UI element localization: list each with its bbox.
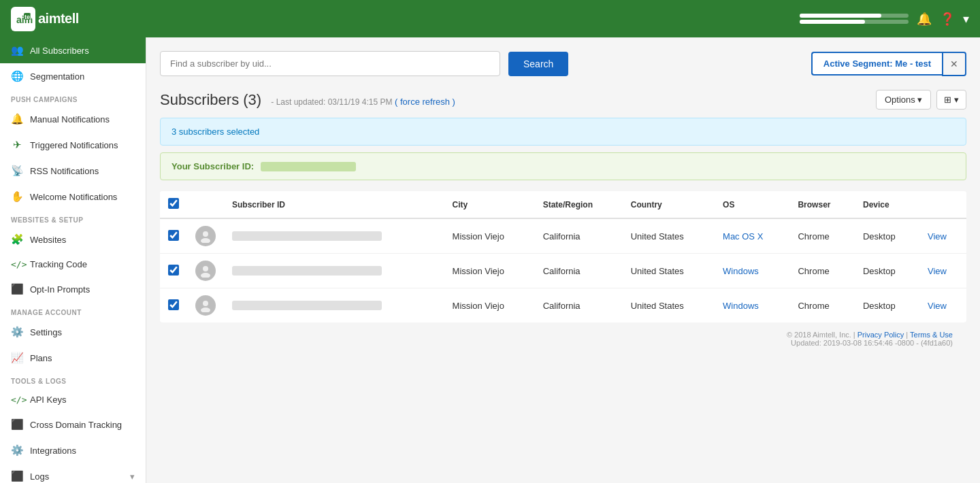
sidebar-section-tools: TOOLS & LOGS (0, 371, 146, 388)
view-link-2[interactable]: View (928, 301, 947, 311)
row-os-2: Windows (715, 288, 789, 323)
settings-icon: ⚙️ (11, 326, 23, 338)
subscriber-id-banner: Your Subscriber ID: (160, 152, 966, 180)
sidebar-label-cross-domain: Cross Domain Tracking (30, 420, 122, 430)
sidebar: 👥 All Subscribers 🌐 Segmentation PUSH CA… (0, 37, 146, 483)
select-all-checkbox[interactable] (168, 198, 179, 209)
row-state-1: California (535, 254, 623, 288)
sidebar-item-integrations[interactable]: ⚙️ Integrations (0, 437, 146, 463)
sidebar-item-logs[interactable]: ⬛ Logs ▾ (0, 463, 146, 483)
plans-icon: 📈 (11, 352, 23, 364)
row-browser-0: Chrome (789, 218, 855, 254)
terms-use-link[interactable]: Terms & Use (910, 331, 953, 339)
sidebar-item-plans[interactable]: 📈 Plans (0, 345, 146, 371)
search-bar: Search Active Segment: Me - test ✕ (160, 51, 966, 76)
dropdown-icon[interactable]: ▾ (963, 12, 969, 27)
main-content: Search Active Segment: Me - test ✕ Subsc… (146, 37, 980, 483)
row-view-2[interactable]: View (919, 288, 966, 323)
progress-bar-2 (800, 20, 909, 24)
table-row: Mission Viejo California United States W… (160, 254, 966, 288)
subscribers-label: Subscribers (160, 91, 239, 108)
col-browser: Browser (789, 191, 855, 218)
sidebar-label-all-subscribers: All Subscribers (30, 46, 89, 56)
sidebar-label-tracking: Tracking Code (30, 259, 87, 269)
view-link-0[interactable]: View (928, 231, 947, 242)
row-id-2 (224, 288, 444, 323)
sidebar-item-all-subscribers[interactable]: 👥 All Subscribers (0, 37, 146, 63)
force-refresh-link[interactable]: ( force refresh ) (395, 97, 455, 107)
col-state: State/Region (535, 191, 623, 218)
table-header-row: Subscriber ID City State/Region Country … (160, 191, 966, 218)
row-checkbox-1[interactable] (168, 265, 179, 276)
bell-notif-icon: 🔔 (11, 113, 23, 125)
row-view-0[interactable]: View (919, 218, 966, 254)
row-state-2: California (535, 288, 623, 323)
subscribers-title-group: Subscribers (3) - Last updated: 03/11/19… (160, 91, 455, 109)
api-icon: </> (11, 395, 23, 405)
integrations-icon: ⚙️ (11, 444, 23, 456)
welcome-icon: ✋ (11, 190, 23, 203)
search-input[interactable] (160, 51, 500, 76)
svg-point-6 (203, 266, 208, 271)
subscriber-id-label: Your Subscriber ID: (172, 161, 254, 171)
footer-updated: Updated: 2019-03-08 16:54:46 -0800 - (4f… (791, 339, 953, 347)
row-city-0: Mission Viejo (444, 218, 535, 254)
sidebar-item-api-keys[interactable]: </> API Keys (0, 388, 146, 412)
options-button[interactable]: Options ▾ (876, 90, 931, 110)
sidebar-item-cross-domain[interactable]: ⬛ Cross Domain Tracking (0, 412, 146, 437)
logs-chevron: ▾ (130, 471, 135, 482)
topbar: aim tell aimtell 🔔 ❓ ▾ (0, 0, 980, 37)
cross-domain-icon: ⬛ (11, 418, 23, 431)
svg-point-4 (203, 231, 208, 237)
sidebar-label-api: API Keys (30, 395, 66, 405)
help-icon[interactable]: ❓ (940, 12, 955, 27)
col-device: Device (855, 191, 919, 218)
sidebar-item-optin-prompts[interactable]: ⬛ Opt-In Prompts (0, 276, 146, 302)
sidebar-item-welcome-notifications[interactable]: ✋ Welcome Notifications (0, 184, 146, 210)
grid-view-button[interactable]: ⊞ ▾ (936, 90, 966, 110)
view-link-1[interactable]: View (928, 266, 947, 276)
sidebar-item-websites[interactable]: 🧩 Websites (0, 227, 146, 252)
bell-icon[interactable]: 🔔 (917, 12, 932, 27)
col-action (919, 191, 966, 218)
sidebar-item-rss-notifications[interactable]: 📡 RSS Notifications (0, 158, 146, 184)
row-country-2: United States (623, 288, 715, 323)
svg-point-5 (201, 238, 210, 243)
privacy-policy-link[interactable]: Privacy Policy (858, 331, 904, 339)
header-checkbox-cell (160, 191, 187, 218)
row-country-0: United States (623, 218, 715, 254)
active-segment-button[interactable]: Active Segment: Me - test (811, 52, 942, 76)
sidebar-item-settings[interactable]: ⚙️ Settings (0, 319, 146, 345)
topbar-progress (800, 14, 909, 24)
search-button[interactable]: Search (508, 52, 568, 76)
avatar-2 (195, 295, 216, 316)
sidebar-label-manual: Manual Notifications (30, 114, 110, 124)
row-state-0: California (535, 218, 623, 254)
row-view-1[interactable]: View (919, 254, 966, 288)
row-id-0 (224, 218, 444, 254)
row-device-1: Desktop (855, 254, 919, 288)
active-segment-close-button[interactable]: ✕ (942, 52, 966, 76)
row-checkbox-2[interactable] (168, 299, 179, 310)
sidebar-section-account: MANAGE ACCOUNT (0, 302, 146, 319)
row-avatar-cell-1 (187, 254, 224, 288)
row-avatar-cell-0 (187, 218, 224, 254)
svg-point-9 (201, 307, 210, 312)
logs-icon: ⬛ (11, 470, 23, 482)
sidebar-item-manual-notifications[interactable]: 🔔 Manual Notifications (0, 106, 146, 132)
footer: © 2018 Aimtell, Inc. | Privacy Policy | … (160, 322, 966, 351)
sidebar-item-tracking-code[interactable]: </> Tracking Code (0, 252, 146, 276)
row-checkbox-0[interactable] (168, 230, 179, 241)
sidebar-section-push: PUSH CAMPAIGNS (0, 89, 146, 106)
progress-bar-1 (800, 14, 909, 18)
row-checkbox-cell-2 (160, 288, 187, 323)
subscribers-meta: - Last updated: 03/11/19 4:15 PM (271, 97, 392, 107)
row-device-0: Desktop (855, 218, 919, 254)
sidebar-label-plans: Plans (30, 353, 52, 363)
websites-icon: 🧩 (11, 233, 23, 246)
svg-text:tell: tell (24, 14, 33, 20)
subscriber-id-value (261, 162, 356, 171)
sidebar-item-segmentation[interactable]: 🌐 Segmentation (0, 63, 146, 89)
active-segment: Active Segment: Me - test ✕ (811, 52, 966, 76)
sidebar-item-triggered-notifications[interactable]: ✈ Triggered Notifications (0, 132, 146, 158)
